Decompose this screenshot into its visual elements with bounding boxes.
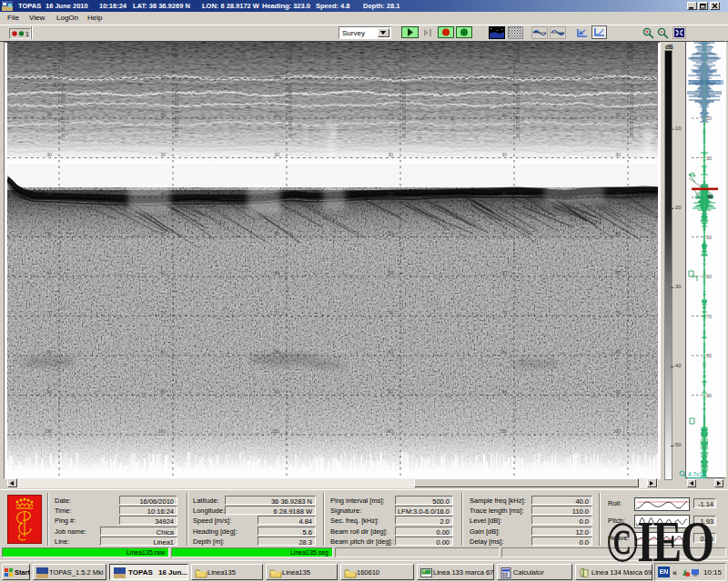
svg-text:30: 30: [388, 152, 393, 157]
svg-text:70: 70: [160, 310, 166, 316]
svg-text:100: 100: [386, 428, 394, 434]
svg-text:70: 70: [274, 310, 279, 316]
svg-text:100: 100: [158, 428, 167, 434]
svg-text:60: 60: [274, 270, 279, 276]
svg-text:50: 50: [274, 231, 279, 236]
svg-text:90: 90: [46, 389, 52, 395]
svg-text:10: 10: [388, 73, 393, 78]
svg-text:70: 70: [388, 310, 393, 316]
svg-text:90: 90: [501, 389, 507, 395]
svg-text:60: 60: [46, 270, 52, 276]
svg-text:20100610: 20100610: [629, 43, 634, 63]
svg-text:36 36.9225 N 6 28.9218 W: 36 36.9225 N 6 28.9218 W: [288, 84, 293, 138]
svg-text:20100610: 20100610: [515, 43, 521, 63]
svg-text:50: 50: [46, 231, 52, 236]
svg-text:20100610: 20100610: [174, 43, 179, 63]
svg-text:100: 100: [45, 428, 53, 434]
svg-text:70: 70: [501, 310, 507, 316]
svg-text:80: 80: [388, 349, 393, 355]
svg-text:60: 60: [160, 270, 166, 276]
svg-text:20: 20: [501, 112, 507, 117]
svg-text:20100610: 20100610: [60, 43, 66, 63]
svg-text:80: 80: [46, 349, 52, 355]
svg-text:30: 30: [706, 156, 712, 161]
svg-text:70: 70: [615, 310, 621, 316]
svg-text:36 36.9251 N 6 28.9192 W: 36 36.9251 N 6 28.9192 W: [515, 84, 521, 138]
svg-text:80: 80: [706, 353, 712, 358]
svg-text:20: 20: [160, 112, 166, 117]
svg-text:40: 40: [615, 191, 621, 196]
svg-text:30: 30: [501, 152, 507, 157]
svg-text:90: 90: [388, 389, 393, 395]
svg-text:60: 60: [706, 274, 712, 279]
svg-text:50: 50: [160, 231, 166, 236]
svg-text:50: 50: [388, 231, 393, 236]
svg-text:50: 50: [615, 231, 621, 236]
svg-text:40: 40: [46, 191, 52, 196]
svg-text:40: 40: [501, 191, 507, 196]
svg-text:80: 80: [501, 349, 507, 355]
svg-text:10: 10: [274, 73, 279, 78]
svg-text:10: 10: [46, 73, 52, 78]
svg-text:10: 10: [501, 73, 507, 78]
svg-text:20: 20: [388, 112, 393, 117]
svg-text:36 36.9265 N 6 28.9180 W: 36 36.9265 N 6 28.9180 W: [629, 84, 634, 138]
svg-text:70: 70: [46, 310, 52, 316]
svg-text:40: 40: [160, 191, 166, 196]
svg-text:20100610: 20100610: [288, 43, 293, 63]
svg-text:36 36.9238 N 6 28.9205 W: 36 36.9238 N 6 28.9205 W: [401, 84, 407, 138]
svg-text:90: 90: [160, 389, 166, 395]
svg-text:20: 20: [615, 112, 621, 117]
svg-text:60: 60: [388, 270, 393, 276]
svg-text:90: 90: [274, 389, 279, 395]
svg-text:90: 90: [615, 389, 621, 395]
svg-text:100: 100: [500, 428, 508, 434]
svg-text:60: 60: [501, 270, 507, 276]
svg-text:20: 20: [46, 112, 52, 117]
svg-text:80: 80: [615, 349, 621, 355]
svg-text:10: 10: [615, 73, 621, 78]
svg-text:36 36.9213 N 6 28.9230 W: 36 36.9213 N 6 28.9230 W: [174, 84, 179, 138]
svg-text:36 36.9210 N 6 28.9245 W: 36 36.9210 N 6 28.9245 W: [60, 84, 66, 138]
svg-text:30: 30: [274, 152, 279, 157]
svg-text:70: 70: [706, 314, 712, 319]
svg-text:80: 80: [160, 349, 166, 355]
svg-text:1: 1: [25, 31, 29, 37]
svg-text:90: 90: [706, 393, 712, 398]
svg-text:80: 80: [274, 349, 279, 355]
svg-text:30: 30: [615, 152, 621, 157]
svg-text:30: 30: [160, 152, 166, 157]
svg-text:40: 40: [274, 191, 279, 196]
svg-text:20: 20: [274, 112, 279, 117]
svg-text:10: 10: [160, 73, 166, 78]
svg-text:100: 100: [272, 428, 280, 434]
svg-text:20100610: 20100610: [401, 43, 407, 63]
svg-text:60: 60: [615, 270, 621, 276]
svg-text:40: 40: [707, 194, 713, 199]
svg-text:100: 100: [613, 428, 622, 434]
svg-text:30: 30: [46, 152, 52, 157]
svg-text:50: 50: [501, 231, 507, 236]
svg-text:50: 50: [706, 235, 712, 240]
svg-text:40: 40: [388, 191, 393, 196]
